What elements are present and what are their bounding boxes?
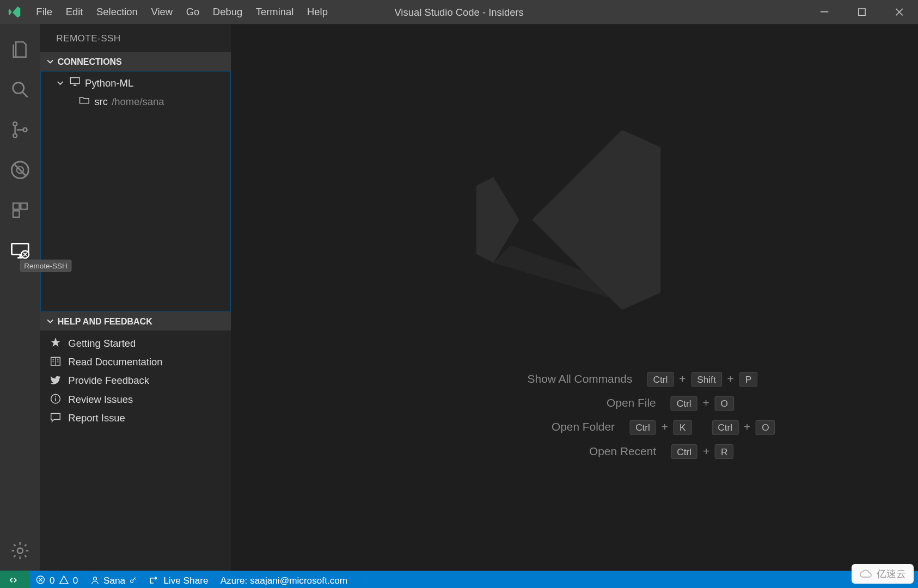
liveshare-icon [149, 575, 159, 585]
shortcut-row: Show All Commands Ctrl+Shift+P [391, 372, 757, 387]
info-icon [50, 393, 62, 405]
menubar: File Edit Selection View Go Debug Termin… [29, 0, 334, 24]
comment-icon [50, 412, 62, 424]
help-feedback[interactable]: Provide Feedback [40, 371, 231, 389]
key: Ctrl [671, 396, 697, 411]
status-azure[interactable]: Azure: saajani@microsoft.com [215, 571, 354, 588]
statusbar: 0 0 Sana Live Share Azure: saajani@micro… [0, 571, 918, 588]
maximize-button[interactable] [843, 0, 881, 24]
key: Ctrl [671, 444, 697, 459]
activity-search[interactable] [0, 70, 40, 110]
chevron-down-icon [56, 77, 65, 88]
shortcut-label: Open File [415, 397, 656, 411]
menu-go[interactable]: Go [179, 0, 206, 24]
warning-count: 0 [73, 574, 78, 585]
host-label: Python-ML [85, 77, 133, 88]
help-report-issue[interactable]: Report Issue [40, 408, 231, 427]
vscode-watermark-icon [467, 113, 681, 329]
svg-rect-8 [13, 203, 19, 209]
folder-path: /home/sana [112, 95, 164, 107]
activity-scm[interactable] [0, 110, 40, 150]
shortcut-label: Open Recent [415, 445, 656, 458]
status-problems[interactable]: 0 0 [29, 571, 84, 588]
menu-help[interactable]: Help [301, 0, 335, 24]
key: Ctrl [647, 372, 674, 387]
activity-explorer[interactable] [0, 29, 40, 70]
status-remote-indicator[interactable] [0, 571, 29, 588]
svg-point-3 [13, 122, 17, 126]
sidebar: REMOTE-SSH CONNECTIONS Python-ML src /ho… [40, 24, 231, 571]
page-watermark: 亿速云 [852, 564, 914, 584]
folder-icon [78, 94, 90, 108]
activity-debug[interactable] [0, 150, 40, 190]
status-liveshare[interactable]: Live Share [143, 571, 214, 588]
shortcut-label: Show All Commands [391, 373, 632, 387]
key-icon [130, 576, 138, 584]
activity-extensions[interactable] [0, 190, 40, 230]
key: O [714, 396, 734, 411]
book-icon [50, 356, 62, 367]
svg-point-19 [131, 579, 133, 582]
help-header[interactable]: HELP AND FEEDBACK [40, 312, 231, 330]
svg-rect-9 [21, 203, 27, 209]
sidebar-title: REMOTE-SSH [40, 24, 231, 52]
titlebar: File Edit Selection View Go Debug Termin… [0, 0, 918, 24]
help-item-label: Review Issues [68, 393, 133, 405]
connection-folder[interactable]: src /home/sana [41, 91, 230, 110]
activity-settings[interactable] [0, 531, 40, 571]
svg-point-18 [93, 577, 96, 580]
close-button[interactable] [880, 0, 918, 24]
svg-rect-10 [13, 211, 19, 217]
activitybar [0, 24, 40, 571]
welcome-shortcuts: Show All Commands Ctrl+Shift+P Open File… [231, 372, 918, 459]
svg-rect-1 [859, 9, 865, 15]
key: P [739, 372, 758, 387]
vscode-logo-icon [0, 5, 29, 19]
menu-selection[interactable]: Selection [90, 0, 144, 24]
help-item-label: Report Issue [68, 412, 125, 423]
shortcut-row: Open Recent Ctrl+R [415, 444, 734, 459]
key: K [674, 420, 692, 435]
status-azure-label: Azure: saajani@microsoft.com [221, 574, 348, 585]
menu-edit[interactable]: Edit [59, 0, 89, 24]
help-list: Getting Started Read Documentation Provi… [40, 330, 231, 430]
watermark-text: 亿速云 [877, 567, 906, 580]
chevron-down-icon [47, 318, 53, 324]
svg-rect-0 [821, 11, 829, 13]
menu-debug[interactable]: Debug [206, 0, 249, 24]
connections-header[interactable]: CONNECTIONS [40, 52, 231, 71]
menu-file[interactable]: File [29, 0, 59, 24]
svg-point-2 [13, 83, 24, 94]
help-item-label: Provide Feedback [68, 375, 149, 386]
connection-host[interactable]: Python-ML [41, 73, 230, 91]
svg-rect-14 [70, 77, 79, 83]
cloud-icon [859, 567, 872, 580]
help-item-label: Read Documentation [68, 356, 162, 367]
key: Ctrl [629, 420, 656, 435]
monitor-icon [69, 75, 81, 89]
activity-tooltip: Remote-SSH [20, 260, 71, 272]
error-icon [35, 575, 45, 585]
minimize-button[interactable] [806, 0, 843, 24]
help-getting-started[interactable]: Getting Started [40, 333, 231, 352]
shortcut-label: Open Folder [374, 421, 615, 434]
shortcut-row: Open Folder Ctrl+KCtrl+O [374, 420, 775, 435]
connections-header-label: CONNECTIONS [58, 57, 122, 66]
star-icon [50, 336, 62, 348]
status-user[interactable]: Sana [84, 571, 143, 588]
chevron-down-icon [47, 58, 53, 65]
help-review-issues[interactable]: Review Issues [40, 389, 231, 408]
menu-terminal[interactable]: Terminal [249, 0, 300, 24]
error-count: 0 [50, 574, 55, 585]
help-item-label: Getting Started [68, 337, 136, 348]
editor-empty: Show All Commands Ctrl+Shift+P Open File… [231, 24, 918, 571]
twitter-icon [50, 374, 62, 386]
key: Shift [691, 372, 722, 387]
status-liveshare-label: Live Share [163, 574, 208, 585]
svg-point-5 [23, 128, 27, 132]
svg-point-4 [13, 134, 17, 138]
key: R [715, 444, 734, 459]
status-user-label: Sana [103, 574, 125, 585]
help-documentation[interactable]: Read Documentation [40, 352, 231, 370]
menu-view[interactable]: View [144, 0, 179, 24]
